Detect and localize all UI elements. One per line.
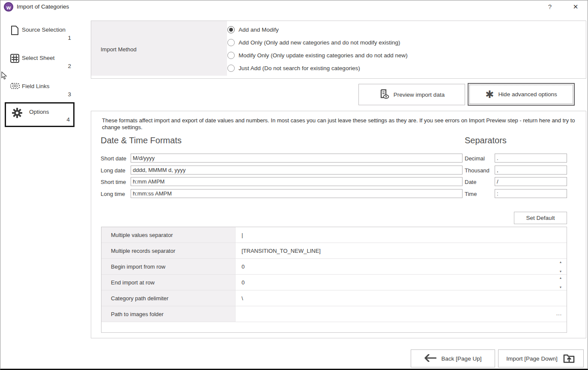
step-number: 4 (66, 116, 70, 123)
short-time-label: Short time (101, 179, 126, 185)
asterisk-icon: ✱ (485, 90, 494, 99)
spinner-down-icon[interactable]: ▼ (559, 269, 562, 273)
table-empty-row (101, 322, 567, 332)
long-time-label: Long time (101, 191, 125, 197)
decimal-separator-input[interactable]: . (495, 154, 567, 163)
sidebar-item-field-links[interactable]: Field Links 3 (5, 79, 75, 104)
import-method-label: Import Method (101, 46, 137, 53)
field-links-icon (10, 82, 20, 92)
long-date-label: Long date (101, 167, 125, 174)
radio-add-and-modify[interactable]: Add and Modify (227, 25, 279, 34)
table-row: Begin import from row 0 ▲▼ (101, 259, 567, 275)
spinner-down-icon[interactable]: ▼ (559, 285, 562, 289)
gear-icon (12, 107, 22, 118)
begin-row-spinner[interactable]: ▲▼ (557, 260, 564, 273)
long-date-input[interactable]: dddd, MMMM d, yyyy (131, 166, 463, 175)
radio-icon[interactable] (227, 26, 235, 33)
hide-advanced-options-button[interactable]: ✱ Hide advanced options (468, 83, 575, 106)
import-method-label-cell: Import Method (91, 21, 227, 76)
datetime-formats-heading: Date & Time Formats (101, 136, 182, 145)
table-row: Multiple records separator [TRANSITION_T… (101, 243, 567, 259)
date-separator-label: Date (465, 179, 476, 185)
sidebar-item-label: Select Sheet (22, 55, 55, 61)
time-separator-label: Time (465, 191, 477, 197)
radio-modify-only[interactable]: Modify Only (Only update existing catego… (227, 51, 408, 59)
spreadsheet-icon (10, 53, 20, 64)
radio-icon[interactable] (227, 52, 235, 59)
row-label: Path to images folder (101, 306, 236, 322)
row-label: End import at row (101, 275, 236, 290)
thousand-separator-label: Thousand (465, 167, 490, 174)
time-separator-input[interactable]: : (495, 189, 567, 198)
back-button[interactable]: Back [Page Up] (411, 349, 495, 367)
short-date-input[interactable]: M/d/yyyy (131, 154, 463, 163)
import-folder-upload-icon (563, 352, 576, 365)
app-logo-icon: w (4, 2, 13, 12)
multiple-records-separator-value[interactable]: [TRANSITION_TO_NEW_LINE] (236, 243, 567, 258)
end-row-spinner[interactable]: ▲▼ (557, 276, 564, 289)
spinner-up-icon[interactable]: ▲ (559, 276, 562, 280)
import-of-categories-window: { "window": { "title": "Import of Catego… (0, 0, 588, 370)
sidebar-item-source-selection[interactable]: Source Selection 1 (5, 23, 75, 47)
preview-import-data-button[interactable]: Preview import data (358, 84, 465, 105)
button-label: Preview import data (394, 92, 445, 98)
category-path-delimiter-value[interactable]: \ (236, 290, 567, 306)
button-label: Hide advanced options (498, 91, 557, 98)
row-label: Category path delimiter (101, 290, 236, 306)
begin-import-from-row-value[interactable]: 0 (236, 259, 567, 274)
thousand-separator-input[interactable]: , (495, 166, 567, 175)
step-number: 1 (68, 35, 71, 41)
radio-icon[interactable] (227, 65, 235, 72)
formats-description: These formats affect import and export o… (102, 117, 579, 131)
browse-ellipsis-button[interactable]: … (556, 310, 562, 317)
sidebar-item-label: Field Links (22, 83, 50, 89)
row-label: Multiple values separator (101, 227, 236, 243)
step-number: 3 (68, 91, 71, 98)
preview-eye-document-icon (379, 89, 389, 101)
spinner-up-icon[interactable]: ▲ (559, 260, 562, 264)
import-button[interactable]: Import [Page Down] (498, 349, 584, 367)
import-method-panel: Import Method Add and Modify Add Only (O… (91, 21, 586, 79)
row-label: Begin import from row (101, 259, 236, 274)
path-to-images-folder-value[interactable] (236, 306, 567, 322)
table-row: End import at row 0 ▲▼ (101, 275, 567, 290)
short-date-label: Short date (101, 155, 126, 162)
sidebar-item-label: Source Selection (22, 27, 66, 33)
set-default-button[interactable]: Set Default (514, 212, 567, 224)
back-arrow-icon (424, 354, 436, 363)
end-import-at-row-value[interactable]: 0 (236, 275, 567, 290)
step-number: 2 (68, 63, 71, 69)
close-button[interactable]: ✕ (568, 2, 583, 12)
radio-just-add[interactable]: Just Add (Do not search for existing cat… (227, 64, 360, 72)
table-row: Multiple values separator | (101, 227, 567, 243)
sidebar-item-label: Options (29, 109, 49, 115)
sidebar-item-select-sheet[interactable]: Select Sheet 2 (5, 51, 75, 76)
table-row: Path to images folder … (101, 306, 567, 322)
button-label: Import [Page Down] (506, 355, 557, 362)
sidebar-item-options[interactable]: Options 4 (5, 102, 75, 127)
document-icon (10, 25, 20, 36)
advanced-options-panel: These formats affect import and export o… (91, 111, 586, 338)
table-row: Category path delimiter \ (101, 290, 567, 306)
row-label: Multiple records separator (101, 243, 236, 258)
button-label: Back [Page Up] (442, 355, 482, 362)
mouse-cursor (1, 71, 7, 81)
window-title: Import of Categories (17, 3, 69, 10)
short-time-input[interactable]: h:mm AMPM (131, 177, 463, 186)
import-settings-table: Multiple values separator | Multiple rec… (101, 227, 567, 333)
radio-add-only[interactable]: Add Only (Only add new categories and do… (227, 38, 400, 47)
decimal-separator-label: Decimal (465, 155, 485, 162)
long-time-input[interactable]: h:mm:ss AMPM (131, 189, 463, 198)
separators-heading: Separators (465, 136, 507, 145)
date-separator-input[interactable]: / (495, 177, 567, 186)
title-bar: w Import of Categories ? ✕ (0, 0, 588, 13)
multiple-values-separator-value[interactable]: | (236, 227, 567, 243)
help-button[interactable]: ? (543, 2, 556, 12)
radio-icon[interactable] (227, 39, 235, 46)
